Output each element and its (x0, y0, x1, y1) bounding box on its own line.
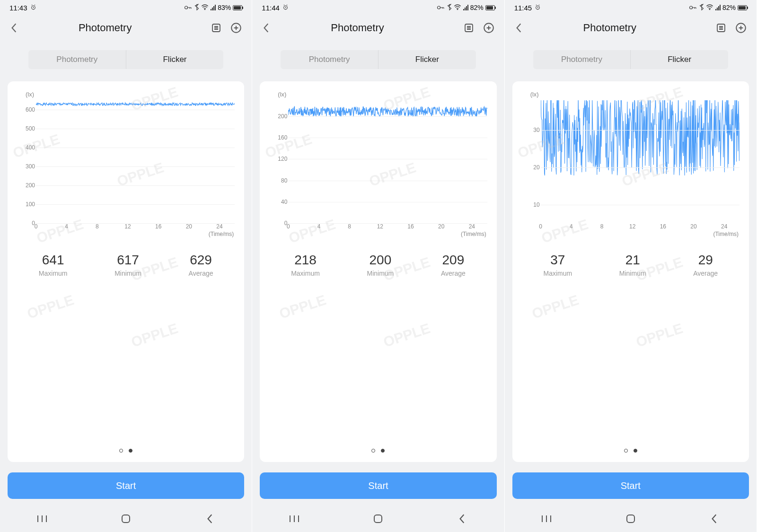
list-icon[interactable] (463, 22, 475, 34)
battery-icon (233, 5, 242, 10)
nav-back[interactable] (203, 512, 217, 526)
y-unit: (lx) (26, 91, 34, 98)
signal-icon (211, 5, 216, 10)
flicker-chart: (lx) 0100200300400500600 04812162024 (Ti… (14, 91, 238, 237)
tab-photometry[interactable]: Photometry (533, 50, 631, 69)
stat-minimum: 200 Minimum (367, 253, 394, 277)
wifi-icon (706, 4, 713, 11)
dot-2[interactable] (129, 449, 132, 453)
phone-screen: 11:43 83% Photometry (0, 0, 252, 532)
status-time: 11:44 (262, 4, 280, 12)
dot-1[interactable] (371, 449, 375, 453)
battery-icon (485, 5, 495, 10)
vpn-icon (689, 5, 697, 10)
tab-photometry[interactable]: Photometry (28, 50, 126, 69)
stats-row: 641 Maximum 617 Minimum 629 Average (15, 253, 237, 277)
battery-pct: 82% (470, 4, 484, 11)
page-title: Photometry (0, 22, 210, 34)
dot-2[interactable] (634, 449, 637, 453)
add-icon[interactable] (230, 22, 242, 34)
tab-switcher: Photometry Flicker (533, 50, 728, 69)
svg-point-1 (185, 6, 188, 9)
x-axis: 04812162024 (541, 223, 739, 229)
app-header: Photometry (505, 15, 757, 41)
stat-maximum: 37 Maximum (543, 253, 572, 277)
wifi-icon (454, 4, 461, 11)
bluetooth-icon (194, 4, 199, 12)
chart-card: (lx) 04080120160200 04812162024 (Time/ms… (260, 81, 496, 462)
app-header: Photometry (0, 15, 252, 41)
stat-maximum: 218 Maximum (291, 253, 320, 277)
stat-maximum: 641 Maximum (39, 253, 68, 277)
status-bar: 11:43 83% (0, 0, 252, 15)
page-dots (515, 430, 746, 456)
app-header: Photometry (252, 15, 504, 41)
battery-pct: 83% (218, 4, 231, 11)
nav-recent[interactable] (287, 512, 301, 526)
vpn-icon (184, 5, 193, 10)
chart-card: (lx) 102030 04812162024 (Time/ms) 37 Max… (512, 81, 749, 462)
add-icon[interactable] (735, 22, 747, 34)
svg-rect-17 (627, 515, 634, 523)
nav-recent[interactable] (539, 512, 554, 526)
start-button[interactable]: Start (260, 472, 496, 499)
tab-photometry[interactable]: Photometry (281, 50, 378, 69)
add-icon[interactable] (483, 22, 495, 34)
svg-point-13 (689, 6, 692, 9)
svg-point-7 (437, 6, 440, 9)
vpn-icon (437, 5, 445, 10)
tab-switcher: Photometry Flicker (281, 50, 475, 69)
chart-card: (lx) 0100200300400500600 04812162024 (Ti… (8, 81, 244, 462)
phone-screen: 11:45 82% Photometry (505, 0, 757, 532)
bluetooth-icon (447, 4, 452, 12)
svg-rect-11 (374, 515, 382, 523)
y-axis: 04080120160200 (266, 100, 288, 223)
dot-1[interactable] (624, 449, 628, 453)
system-navbar (252, 506, 504, 532)
tab-flicker[interactable]: Flicker (378, 50, 476, 69)
phone-screen: 11:44 82% Photometry (252, 0, 504, 532)
wifi-icon (201, 4, 209, 11)
list-icon[interactable] (210, 22, 222, 34)
signal-icon (715, 5, 721, 10)
stat-average: 209 Average (441, 253, 466, 277)
alarm-icon (282, 4, 289, 12)
x-axis: 04812162024 (36, 223, 235, 229)
system-navbar (505, 506, 757, 532)
y-axis: 102030 (519, 100, 541, 223)
plot-area (36, 100, 235, 223)
svg-point-8 (457, 9, 458, 10)
alarm-icon (535, 4, 541, 12)
tab-flicker[interactable]: Flicker (126, 50, 224, 69)
nav-back[interactable] (455, 512, 469, 526)
dot-2[interactable] (381, 449, 385, 453)
x-label: (Time/ms) (209, 231, 234, 237)
status-time: 11:45 (514, 4, 532, 12)
alarm-icon (30, 4, 36, 12)
battery-pct: 82% (722, 4, 736, 11)
signal-icon (463, 5, 468, 10)
tab-flicker[interactable]: Flicker (631, 50, 728, 69)
start-button[interactable]: Start (512, 472, 749, 499)
y-unit: (lx) (278, 91, 286, 98)
nav-home[interactable] (119, 512, 133, 526)
dot-1[interactable] (119, 449, 123, 453)
y-unit: (lx) (530, 91, 539, 98)
nav-recent[interactable] (35, 512, 49, 526)
svg-point-2 (205, 9, 205, 10)
flicker-chart: (lx) 04080120160200 04812162024 (Time/ms… (266, 91, 490, 237)
tab-switcher: Photometry Flicker (28, 50, 223, 69)
nav-home[interactable] (371, 512, 385, 526)
x-label: (Time/ms) (461, 231, 486, 237)
stat-average: 29 Average (693, 253, 718, 277)
nav-back[interactable] (707, 512, 722, 526)
nav-home[interactable] (624, 512, 638, 526)
stats-row: 218 Maximum 200 Minimum 209 Average (267, 253, 489, 277)
status-bar: 11:44 82% (252, 0, 504, 15)
start-button[interactable]: Start (8, 472, 244, 499)
svg-rect-5 (122, 515, 130, 523)
page-title: Photometry (252, 22, 462, 34)
list-icon[interactable] (715, 22, 727, 34)
page-dots (10, 430, 241, 456)
status-bar: 11:45 82% (505, 0, 757, 15)
